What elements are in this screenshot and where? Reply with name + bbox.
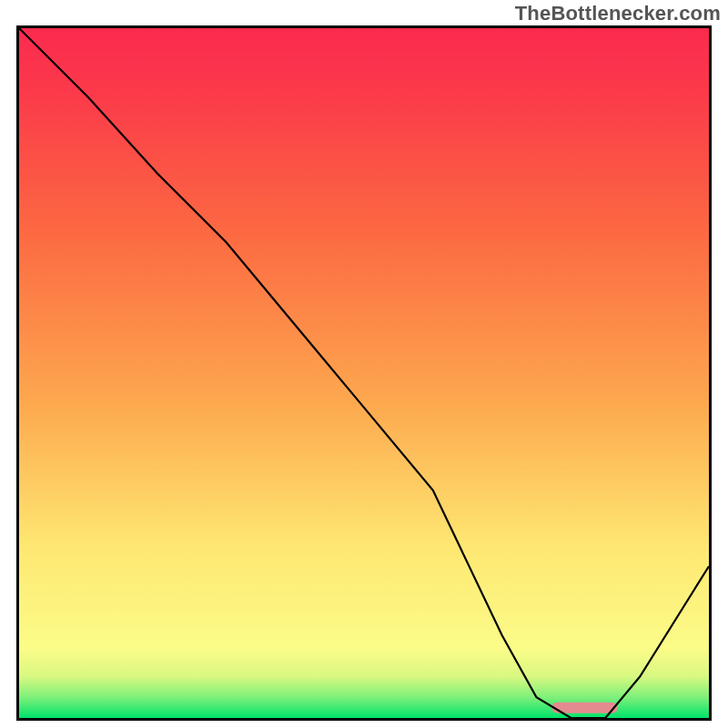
chart-container: TheBottlenecker.com xyxy=(0,0,728,728)
chart-overlay xyxy=(19,28,709,718)
watermark-text: TheBottlenecker.com xyxy=(515,2,721,25)
chart-frame xyxy=(16,25,712,721)
bottleneck-curve xyxy=(19,28,709,718)
